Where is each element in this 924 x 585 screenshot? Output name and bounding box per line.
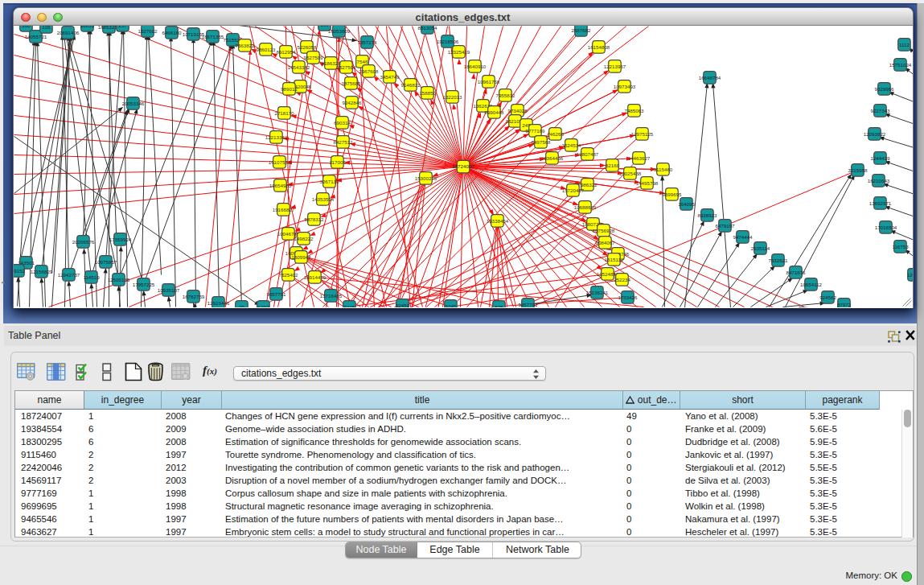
svg-text:9457791: 9457791 [518,302,538,307]
svg-text:9245: 9245 [343,304,355,308]
svg-text:1292: 1292 [257,304,269,308]
svg-text:3454749: 3454749 [380,74,400,80]
svg-text:19338454: 19338454 [486,218,508,224]
svg-text:10975857: 10975857 [94,259,117,265]
svg-text:9329966: 9329966 [874,86,894,92]
svg-text:1609948: 1609948 [291,254,311,260]
svg-text:12975125: 12975125 [630,131,653,137]
svg-text:14495798: 14495798 [635,180,658,186]
svg-text:87972: 87972 [836,302,851,307]
svg-text:164095: 164095 [678,201,695,207]
svg-text:8813054: 8813054 [417,26,437,31]
svg-text:116753: 116753 [892,244,909,249]
svg-text:257: 257 [118,26,127,28]
svg-text:10973493: 10973493 [613,84,635,89]
svg-text:7546: 7546 [356,59,368,64]
svg-text:2718170: 2718170 [274,110,294,116]
svg-text:9227343: 9227343 [870,108,890,113]
svg-text:6497568: 6497568 [531,139,551,145]
svg-text:9699695: 9699695 [662,192,682,197]
svg-text:16648784: 16648784 [698,75,721,80]
svg-text:7625402: 7625402 [278,272,298,278]
svg-text:114519: 114519 [83,274,100,280]
svg-text:16543382: 16543382 [287,64,310,70]
svg-text:1527602: 1527602 [138,28,158,34]
svg-text:9245: 9245 [445,303,456,308]
svg-text:3624534: 3624534 [561,142,581,148]
svg-text:924562: 924562 [819,295,836,300]
svg-text:10654112: 10654112 [799,282,822,287]
svg-text:10756928: 10756928 [592,228,614,233]
svg-text:3215958: 3215958 [848,167,868,173]
svg-text:17957225: 17957225 [132,282,154,287]
svg-text:3267130: 3267130 [319,179,339,184]
svg-text:7485063: 7485063 [624,108,644,113]
svg-text:18724007: 18724007 [452,163,474,169]
svg-text:9734028: 9734028 [507,108,528,113]
svg-text:8938923: 8938923 [697,212,717,218]
svg-text:9242846: 9242846 [342,100,362,105]
svg-text:7357274: 7357274 [357,39,377,45]
svg-text:989012: 989012 [281,86,298,92]
svg-text:19654985: 19654985 [269,183,291,188]
svg-text:2967608: 2967608 [359,68,379,74]
svg-text:9657791: 9657791 [266,291,286,297]
svg-text:2935114: 2935114 [750,245,770,251]
svg-text:9527509: 9527509 [303,55,323,60]
svg-text:14463627: 14463627 [627,155,650,161]
svg-text:746266: 746266 [547,131,564,137]
svg-text:1615112: 1615112 [604,257,623,262]
svg-text:29: 29 [239,304,244,308]
svg-text:20053346: 20053346 [121,101,144,106]
svg-text:7663822: 7663822 [235,43,255,48]
svg-text:17359924: 17359924 [109,237,131,242]
svg-text:1322013: 1322013 [442,94,462,100]
svg-text:9084067: 9084067 [595,240,615,245]
svg-text:2687682: 2687682 [571,27,591,33]
svg-text:12923446: 12923446 [207,300,229,306]
svg-text:12093822: 12093822 [863,131,885,137]
svg-text:15136141: 15136141 [585,290,608,295]
svg-text:1498222: 1498222 [294,236,314,241]
svg-text:14353594: 14353594 [311,196,334,202]
svg-text:9777169: 9777169 [525,128,545,134]
svg-text:16671355: 16671355 [201,34,224,39]
svg-text:62160: 62160 [605,163,619,168]
svg-text:16107553: 16107553 [268,159,290,165]
svg-text:39152: 39152 [14,268,26,274]
svg-text:5226058: 5226058 [297,44,317,50]
svg-text:16782759: 16782759 [182,294,204,299]
svg-text:160: 160 [320,26,329,27]
svg-text:10961758: 10961758 [477,79,499,84]
svg-text:15300275: 15300275 [414,175,437,181]
svg-text:15751024: 15751024 [889,62,911,68]
svg-text:9146821: 9146821 [400,82,421,88]
svg-text:10935107: 10935107 [157,287,179,293]
svg-text:7632621: 7632621 [768,257,788,263]
svg-text:1244419: 1244419 [870,155,890,161]
svg-text:10688609: 10688609 [573,204,596,210]
svg-text:12942737: 12942737 [57,272,80,278]
svg-text:10807487: 10807487 [576,151,598,157]
svg-text:9860123: 9860123 [256,47,276,52]
svg-text:160: 160 [22,26,31,28]
svg-text:16154808: 16154808 [587,44,610,50]
svg-text:8912954: 8912954 [276,49,296,55]
svg-text:12010: 12010 [906,272,912,278]
svg-text:13716485: 13716485 [319,293,342,299]
svg-text:18640910: 18640910 [463,64,486,69]
svg-text:12213363: 12213363 [265,134,287,140]
svg-text:105: 105 [42,26,51,30]
svg-text:690314: 690314 [334,120,351,126]
svg-text:3875685: 3875685 [341,80,361,86]
svg-text:20364436: 20364436 [540,155,563,161]
svg-text:876: 876 [495,304,503,308]
svg-text:7955812: 7955812 [495,93,515,98]
svg-text:9474444: 9474444 [733,234,753,240]
svg-text:6466160: 6466160 [162,30,182,35]
svg-text:19218506: 19218506 [436,39,458,44]
svg-text:9527504: 9527504 [336,64,356,70]
svg-text:16914479: 16914479 [303,274,326,280]
svg-text:1733426: 1733426 [618,295,638,300]
svg-text:17016504: 17016504 [874,225,897,230]
